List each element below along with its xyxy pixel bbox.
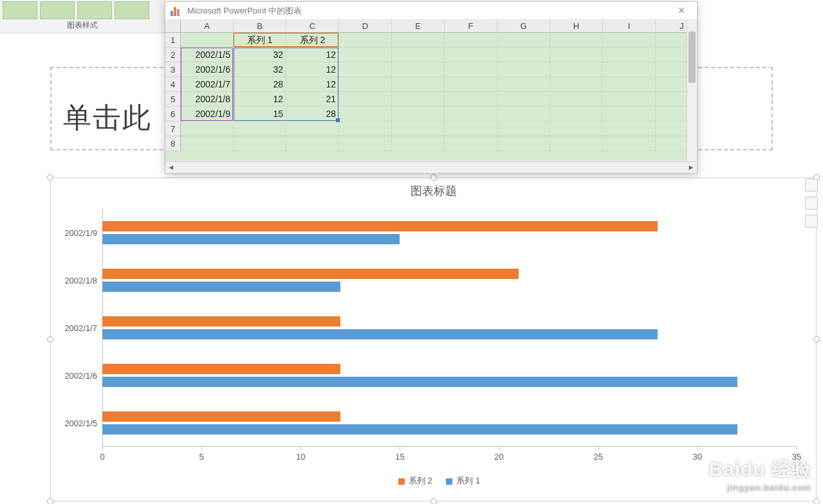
cell[interactable]	[392, 136, 445, 151]
cell[interactable]	[339, 136, 392, 151]
column-header[interactable]: C	[286, 20, 339, 33]
cell[interactable]	[392, 122, 445, 136]
cell[interactable]	[392, 62, 445, 77]
cell[interactable]	[392, 48, 445, 62]
select-all-corner[interactable]	[165, 20, 181, 33]
column-header[interactable]: F	[445, 20, 497, 33]
cell[interactable]: 2002/1/5	[181, 48, 234, 62]
cell[interactable]	[445, 48, 497, 62]
cell[interactable]	[445, 33, 497, 48]
cell[interactable]	[181, 33, 234, 48]
cell[interactable]	[392, 33, 445, 48]
row-header[interactable]: 5	[165, 92, 181, 107]
cell[interactable]: 2002/1/8	[181, 92, 234, 107]
selection-handle[interactable]	[47, 336, 53, 343]
cell[interactable]	[550, 62, 603, 77]
cell[interactable]	[550, 136, 603, 151]
cell[interactable]	[497, 33, 550, 48]
vertical-scrollbar[interactable]	[687, 20, 697, 161]
cell[interactable]	[497, 136, 550, 151]
cell[interactable]	[550, 92, 603, 107]
cell[interactable]	[181, 122, 234, 136]
cell[interactable]: 2002/1/7	[181, 77, 234, 92]
row-header[interactable]: 1	[165, 33, 181, 48]
close-icon[interactable]: ×	[671, 4, 692, 17]
cell[interactable]: 28	[234, 77, 286, 92]
cell[interactable]	[181, 136, 234, 151]
cell[interactable]	[339, 62, 392, 77]
chart-flyout-filters[interactable]	[805, 215, 818, 228]
plot-area[interactable]	[102, 209, 797, 447]
chart-flyout-styles[interactable]	[805, 197, 818, 210]
cell[interactable]	[339, 48, 392, 62]
chart-style-thumb[interactable]	[77, 1, 112, 19]
bar-series2[interactable]	[102, 316, 340, 327]
chart-style-thumbnails[interactable]	[3, 1, 149, 19]
cell[interactable]: 32	[234, 62, 286, 77]
chart-data-window[interactable]: Microsoft PowerPoint 中的图表 × ABCDEFGHIJ 1…	[165, 1, 698, 174]
bar-series2[interactable]	[102, 221, 658, 231]
column-headers[interactable]: ABCDEFGHIJ	[181, 20, 687, 33]
row-header[interactable]: 7	[165, 122, 181, 136]
column-header[interactable]: G	[497, 20, 550, 33]
selection-handle[interactable]	[813, 498, 820, 504]
row-header[interactable]: 3	[165, 62, 181, 77]
selection-handle[interactable]	[47, 498, 53, 504]
data-window-titlebar[interactable]: Microsoft PowerPoint 中的图表 ×	[165, 2, 697, 20]
bar-series1[interactable]	[102, 377, 737, 387]
cell[interactable]	[286, 122, 339, 136]
cell[interactable]	[603, 48, 656, 62]
cell[interactable]	[339, 92, 392, 107]
row-headers[interactable]: 12345678	[165, 33, 181, 161]
column-header[interactable]: B	[234, 20, 286, 33]
cell[interactable]	[550, 48, 603, 62]
cell[interactable]	[603, 136, 656, 151]
cell[interactable]	[497, 107, 550, 122]
cell[interactable]	[497, 92, 550, 107]
cell[interactable]	[603, 92, 656, 107]
cell[interactable]	[603, 122, 656, 136]
cell[interactable]	[234, 122, 286, 136]
cell[interactable]	[286, 136, 339, 151]
bar-series1[interactable]	[102, 329, 658, 339]
bar-series1[interactable]	[102, 424, 737, 435]
cell[interactable]: 系列 2	[286, 33, 339, 48]
cell-grid[interactable]: 系列 1系列 22002/1/532122002/1/632122002/1/7…	[181, 33, 687, 161]
selection-handle[interactable]	[430, 498, 437, 504]
cell[interactable]: 21	[286, 92, 339, 107]
cell[interactable]	[339, 77, 392, 92]
cell[interactable]	[550, 33, 603, 48]
cell[interactable]	[234, 136, 286, 151]
column-header[interactable]: H	[550, 20, 603, 33]
cell[interactable]	[392, 77, 445, 92]
cell[interactable]	[445, 122, 497, 136]
cell[interactable]	[445, 77, 497, 92]
cell[interactable]: 32	[234, 48, 286, 62]
chart-title[interactable]: 图表标题	[51, 183, 816, 199]
chart-object[interactable]: 图表标题 2002/1/92002/1/82002/1/72002/1/6200…	[50, 177, 817, 501]
cell[interactable]	[603, 33, 656, 48]
cell[interactable]	[339, 122, 392, 136]
cell[interactable]: 系列 1	[234, 33, 286, 48]
spreadsheet[interactable]: ABCDEFGHIJ 12345678 系列 1系列 22002/1/53212…	[165, 20, 697, 161]
cell[interactable]	[339, 107, 392, 122]
selection-handle[interactable]	[430, 174, 437, 181]
scroll-thumb[interactable]	[689, 32, 696, 83]
cell[interactable]	[445, 62, 497, 77]
bar-series2[interactable]	[102, 269, 519, 279]
cell[interactable]	[445, 107, 497, 122]
chart-style-thumb[interactable]	[40, 1, 75, 19]
chart-legend[interactable]: 系列 2 系列 1	[51, 475, 816, 487]
cell[interactable]	[550, 122, 603, 136]
cell[interactable]	[445, 136, 497, 151]
row-header[interactable]: 8	[165, 136, 181, 151]
horizontal-scrollbar[interactable]: ◄ ►	[165, 161, 697, 173]
bar-series1[interactable]	[102, 282, 340, 292]
selection-handle[interactable]	[47, 174, 53, 181]
cell[interactable]: 28	[286, 107, 339, 122]
row-header[interactable]: 4	[165, 77, 181, 92]
cell[interactable]	[497, 48, 550, 62]
bar-series2[interactable]	[102, 411, 340, 422]
row-header[interactable]: 6	[165, 107, 181, 122]
cell[interactable]	[497, 122, 550, 136]
